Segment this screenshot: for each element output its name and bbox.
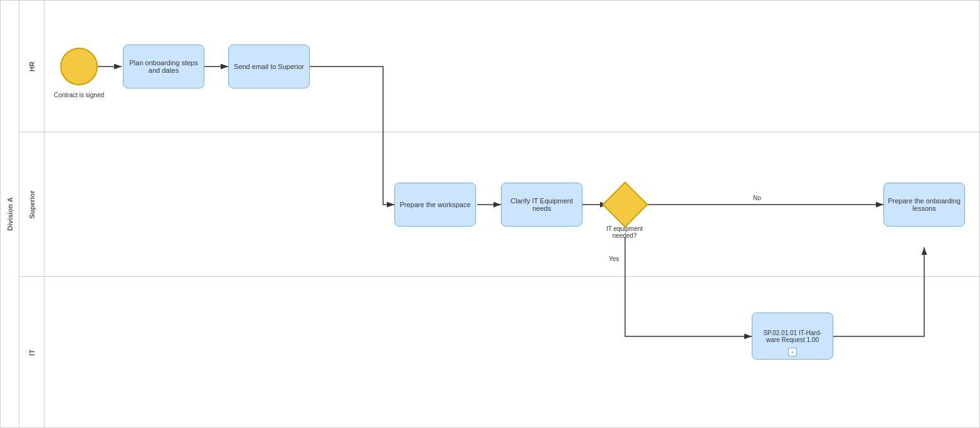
- lanes-area: HR Superior IT: [19, 1, 979, 427]
- subprocess-it-hardware[interactable]: SP.02.01.01 IT-Hard- ware Request 1.00 +: [752, 313, 833, 360]
- lane-superior: Superior: [19, 132, 979, 277]
- lane-superior-label: Superior: [19, 132, 45, 276]
- lane-it: IT: [19, 277, 979, 428]
- start-event: [60, 48, 98, 85]
- lane-it-label: IT: [19, 277, 45, 428]
- task-clarify-it[interactable]: Clarify IT Equipment needs: [501, 183, 582, 227]
- lane-hr-label: HR: [19, 1, 45, 132]
- start-event-label: Contract is signed: [51, 92, 107, 99]
- task-plan-onboarding[interactable]: Plan onboarding steps and dates: [123, 45, 204, 88]
- subprocess-expand-icon[interactable]: +: [788, 348, 797, 356]
- task-onboarding-lessons[interactable]: Prepare the onboarding lessons: [883, 183, 965, 227]
- task-prepare-workspace[interactable]: Prepare the workspace: [394, 183, 476, 227]
- gateway-label: IT equipment needed?: [599, 225, 650, 239]
- diagram-container: Division A HR Superior IT: [0, 0, 980, 428]
- task-send-email[interactable]: Send email to Superior: [228, 45, 310, 88]
- division-label: Division A: [1, 1, 19, 427]
